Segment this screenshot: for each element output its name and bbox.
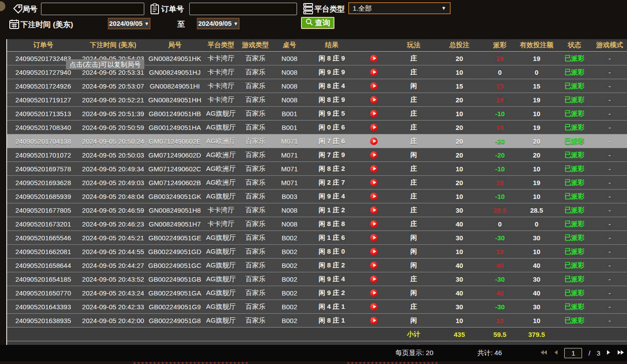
cell-mode: - [593,138,626,145]
replay-icon[interactable] [370,234,378,242]
date-from-picker[interactable]: 2024/09/05 ▼ [108,18,151,29]
cell-mode: - [593,275,626,283]
replay-icon[interactable] [370,317,378,324]
cell-replay [356,262,391,269]
replay-icon[interactable] [370,193,378,200]
first-page-button[interactable] [540,350,547,356]
next-page-button[interactable] [607,350,611,356]
current-page-input[interactable]: 1 [564,348,582,358]
table-row[interactable]: 2409052016655462024-09-05 20:45:21GB0022… [7,231,627,244]
table-row[interactable]: 2409052017191272024-09-05 20:52:21GN0082… [7,93,627,106]
cell-replay [356,206,391,214]
cell-payout: 15 [482,82,517,90]
table-row[interactable]: 2409052017249262024-09-05 20:53:07GN0082… [7,79,627,93]
order-no-input[interactable] [189,3,297,15]
cell-bet: 30 [436,303,482,311]
cell-game: GB002249051GD [147,248,203,255]
replay-icon[interactable] [370,206,378,214]
platform-type-select[interactable]: 1.全部 ▼ [348,2,451,14]
replay-icon[interactable] [370,303,378,311]
replay-icon[interactable] [370,275,378,283]
last-page-button[interactable] [617,350,624,356]
cell-result: 闲 0 庄 6 [307,123,356,132]
replay-icon[interactable] [370,110,378,117]
cell-play: 庄 [391,275,436,283]
cell-replay [356,138,391,145]
cell-status: 已派彩 [556,151,593,159]
cell-game_type: 百家乐 [239,275,272,283]
table-row[interactable]: 2409052017083402024-09-05 20:50:59GB0012… [7,120,627,134]
cell-bet: 10 [436,317,482,324]
replay-icon[interactable] [370,55,378,62]
sum-cell-payout: 59.5 [482,331,517,338]
subtotal-row: 小计43559.5379.5 [7,327,627,341]
cell-result: 闲 9 庄 9 [307,68,356,77]
cell-result: 闲 8 庄 2 [307,165,356,173]
cell-table_no: N008 [272,96,307,104]
game-no-label: 局号 [22,4,37,14]
cell-status: 已派彩 [556,137,593,146]
cell-bet: 30 [436,234,482,242]
cell-platform: AG旗舰厅 [203,192,239,201]
table-row[interactable]: 2409052016541852024-09-05 20:43:52GB0022… [7,272,627,286]
column-header-result: 结果 [307,41,356,49]
table-row[interactable]: 2409052016859392024-09-05 20:48:04GB0032… [7,189,627,203]
replay-icon[interactable] [370,248,378,255]
table-row[interactable]: 2409052016586442024-09-05 20:44:27GB0022… [7,258,627,272]
cell-mode: - [593,151,626,159]
cell-result: 闲 1 庄 6 [307,234,356,242]
replay-icon[interactable] [370,82,378,90]
cell-game_type: 百家乐 [239,303,272,311]
table-row[interactable]: 2409052016975782024-09-05 20:49:34GM0712… [7,162,627,175]
prev-page-icon [554,350,558,356]
cell-game_type: 百家乐 [239,192,272,201]
date-to-picker[interactable]: 2024/09/05 ▼ [197,18,240,29]
cell-time: 2024-09-05 20:49:03 [79,179,147,186]
cell-time: 2024-09-05 20:49:34 [79,165,147,173]
column-header-play: 玩法 [391,41,436,49]
table-row[interactable]: 2409052017135132024-09-05 20:51:39GB0012… [7,106,627,120]
replay-icon[interactable] [370,165,378,173]
replay-icon[interactable] [370,138,378,145]
cell-game: GN008249051HJ [147,69,203,76]
cell-time: 2024-09-05 20:44:55 [79,248,147,255]
replay-icon[interactable] [370,289,378,297]
tag-icon [12,4,23,16]
replay-icon[interactable] [370,69,378,76]
table-row[interactable]: 2409052016507702024-09-05 20:43:24GB0022… [7,286,627,299]
replay-icon[interactable] [370,96,378,104]
cell-play: 庄 [391,68,436,77]
prev-page-button[interactable] [554,350,558,356]
game-no-input[interactable] [41,3,144,15]
cell-platform: AG旗舰厅 [203,234,239,242]
table-row[interactable]: 2409052016433932024-09-05 20:42:33GB0022… [7,299,627,313]
cell-platform: AG欧洲厅 [203,178,239,187]
replay-icon[interactable] [370,124,378,131]
table-row[interactable]: 2409052017010722024-09-05 20:50:03GM0712… [7,148,627,162]
replay-icon[interactable] [370,220,378,228]
cell-bet: 10 [436,69,482,76]
table-row[interactable]: 2409052016732012024-09-05 20:46:23GN0082… [7,217,627,231]
table-row[interactable]: 2409052016778052024-09-05 20:46:59GN0082… [7,203,627,217]
replay-icon[interactable] [370,151,378,159]
cell-status: 已派彩 [556,303,593,311]
platform-type-label: 平台类型 [314,4,345,14]
replay-icon[interactable] [370,179,378,186]
search-button[interactable]: 查询 [301,17,334,29]
cell-table_no: B002 [272,303,307,311]
table-row[interactable]: 2409052017041382024-09-05 20:50:24GM0712… [7,134,627,148]
cell-table_no: N008 [272,55,307,62]
background-circle-fragment [0,1,5,11]
cell-payout: 40 [482,262,517,269]
footer-bar: 每页显示: 20 共计: 46 1 / 3 [0,345,627,361]
table-row[interactable]: 2409052016620812024-09-05 20:44:55GB0022… [7,244,627,258]
cell-valid: 10 [517,165,556,173]
cell-status: 已派彩 [556,178,593,187]
cell-platform: 卡卡湾厅 [203,96,239,104]
table-row[interactable]: 2409052016936282024-09-05 20:49:03GM0712… [7,175,627,189]
table-row[interactable]: 2409052016389352024-09-05 20:42:00GB0022… [7,313,627,327]
cell-bet: 30 [436,275,482,283]
replay-icon[interactable] [370,262,378,269]
chevron-down-icon: ▼ [233,19,238,28]
search-icon [305,18,313,28]
